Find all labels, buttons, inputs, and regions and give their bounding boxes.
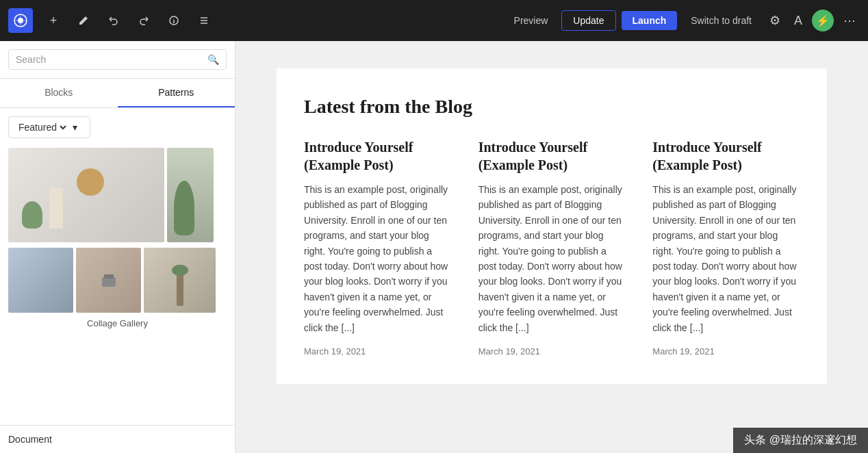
redo-button[interactable] <box>131 8 156 33</box>
gallery-label: Collage Gallery <box>8 318 227 328</box>
gallery-bottom-img-3 <box>144 248 216 313</box>
post-excerpt: This is an example post, originally publ… <box>652 182 800 335</box>
plant-tall-decoration <box>174 181 194 235</box>
jetpack-icon[interactable]: ⚡ <box>812 10 834 31</box>
svg-rect-6 <box>102 277 116 287</box>
svg-rect-7 <box>104 274 114 279</box>
gallery-bottom-img-1 <box>8 248 73 313</box>
blog-section: Latest from the Blog Introduce Yourself … <box>277 68 827 384</box>
sidebar-content: FeaturedHeadersFootersTextMedia ▾ <box>0 108 235 425</box>
post-title: Introduce Yourself (Example Post) <box>478 138 626 174</box>
sidebar: 🔍 Blocks Patterns FeaturedHeadersFooters… <box>0 41 235 453</box>
tab-blocks[interactable]: Blocks <box>0 79 118 107</box>
post-date: March 19, 2021 <box>652 346 800 357</box>
featured-dropdown[interactable]: FeaturedHeadersFootersTextMedia ▾ <box>8 116 90 138</box>
tab-patterns[interactable]: Patterns <box>118 79 235 107</box>
post-item: Introduce Yourself (Example Post) This i… <box>652 138 800 357</box>
toolbar-right: Preview Update Launch Switch to draft ⚙ … <box>506 9 860 32</box>
font-icon[interactable]: A <box>790 10 806 32</box>
gallery-main-inner <box>8 148 164 242</box>
chevron-down-icon: ▾ <box>73 122 77 133</box>
post-excerpt: This is an example post, originally publ… <box>478 182 626 335</box>
post-item: Introduce Yourself (Example Post) This i… <box>304 138 451 357</box>
main-content: Latest from the Blog Introduce Yourself … <box>235 41 868 453</box>
info-button[interactable] <box>162 8 186 33</box>
sidebar-tabs: Blocks Patterns <box>0 79 235 108</box>
search-bar: 🔍 <box>0 41 235 79</box>
featured-select[interactable]: FeaturedHeadersFootersTextMedia <box>16 121 68 133</box>
post-item: Introduce Yourself (Example Post) This i… <box>478 138 626 357</box>
toolbar: + Preview Update Launch Switch to draft … <box>0 0 868 41</box>
settings-icon[interactable]: ⚙ <box>765 9 784 32</box>
post-date: March 19, 2021 <box>478 346 626 357</box>
launch-button[interactable]: Launch <box>622 11 678 30</box>
wp-logo-icon[interactable] <box>8 8 33 33</box>
gallery-bottom-img-2 <box>76 248 141 313</box>
post-date: March 19, 2021 <box>304 346 451 357</box>
update-button[interactable]: Update <box>561 10 615 31</box>
clock-decoration <box>77 168 104 196</box>
plant-small-decoration <box>22 201 42 229</box>
edit-mode-button[interactable] <box>71 8 96 33</box>
list-view-button[interactable] <box>192 8 216 33</box>
gallery-bottom-row <box>8 248 227 313</box>
search-input[interactable] <box>16 54 202 65</box>
svg-point-1 <box>18 18 23 23</box>
preview-button[interactable]: Preview <box>506 11 557 30</box>
gallery-main-image <box>8 148 164 242</box>
switch-to-draft-button[interactable]: Switch to draft <box>682 11 760 30</box>
layout: 🔍 Blocks Patterns FeaturedHeadersFooters… <box>0 41 868 453</box>
svg-point-9 <box>172 265 188 276</box>
gallery-side-inner <box>167 148 214 242</box>
gallery-top-row <box>8 148 227 242</box>
search-input-wrap[interactable]: 🔍 <box>8 49 227 70</box>
gallery-side-image <box>167 148 214 242</box>
lamp-decoration <box>49 187 63 229</box>
undo-button[interactable] <box>101 8 126 33</box>
post-excerpt: This is an example post, originally publ… <box>304 182 451 335</box>
post-title: Introduce Yourself (Example Post) <box>304 138 451 174</box>
posts-grid: Introduce Yourself (Example Post) This i… <box>304 138 800 357</box>
document-section[interactable]: Document <box>0 425 235 453</box>
post-title: Introduce Yourself (Example Post) <box>652 138 800 174</box>
more-options-icon[interactable]: ⋯ <box>839 9 860 32</box>
search-icon: 🔍 <box>207 54 219 65</box>
section-title: Latest from the Blog <box>304 96 800 118</box>
gallery-preview[interactable] <box>8 148 227 313</box>
watermark: 头条 @瑞拉的深邃幻想 <box>733 428 868 453</box>
add-block-button[interactable]: + <box>41 8 66 33</box>
